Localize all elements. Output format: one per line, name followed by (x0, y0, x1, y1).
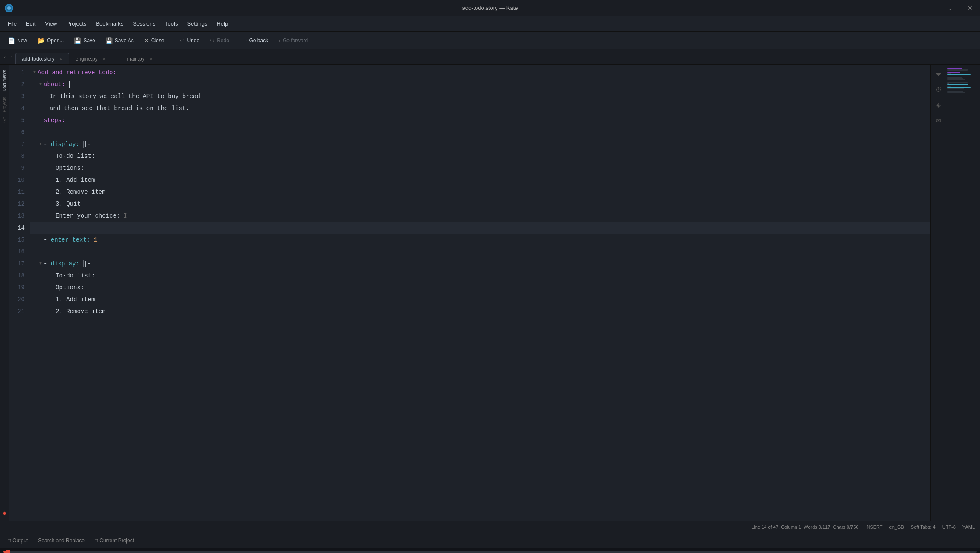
open-button[interactable]: 📂 Open... (33, 35, 68, 46)
tab-main[interactable]: main.py ✕ (120, 53, 172, 64)
bookmark-icon[interactable]: ♦ (3, 509, 6, 517)
right-sidebar: ❤ ⏱ ◈ ✉ (930, 65, 946, 521)
main-cursor (32, 224, 32, 231)
menu-tools[interactable]: Tools (161, 19, 182, 29)
output-icon: □ (8, 538, 11, 544)
video-progress-thumb (6, 550, 10, 553)
tab-prev-icon[interactable]: ‹ (2, 54, 8, 60)
menu-file[interactable]: File (3, 19, 21, 29)
go-back-icon: ‹ (245, 37, 247, 44)
projects-panel-icon[interactable]: Projects (1, 95, 8, 114)
output-tab[interactable]: □ Output (3, 536, 32, 545)
undo-button[interactable]: ↩ Undo (176, 35, 204, 46)
close-button[interactable]: ✕ Close (140, 35, 169, 46)
minimap (946, 65, 980, 521)
clock-icon[interactable]: ⏱ (933, 84, 945, 96)
tab-next-icon[interactable]: › (9, 54, 15, 60)
code-line-10: 1. Add item (30, 174, 930, 186)
tabs-bar: ‹ › add-todo.story ✕ engine.py ✕ main.py… (0, 49, 980, 65)
status-filetype: YAML (962, 524, 975, 530)
status-encoding: UTF-8 (942, 524, 956, 530)
status-mode: INSERT (865, 524, 882, 530)
new-icon: 📄 (8, 37, 15, 44)
tab-engine[interactable]: engine.py ✕ (69, 53, 120, 64)
code-content[interactable]: Add and retrieve todo: about: In this st… (30, 65, 930, 521)
code-line-3: In this story we call the API to buy bre… (30, 90, 930, 102)
git-panel-icon[interactable]: Git (1, 116, 8, 125)
save-as-icon: 💾 (105, 37, 113, 44)
search-replace-tab[interactable]: Search and Replace (34, 536, 89, 545)
video-progress-bar[interactable] (3, 551, 977, 553)
redo-icon: ↪ (210, 37, 215, 44)
fold-2[interactable] (38, 79, 44, 90)
heart-icon[interactable]: ❤ (933, 68, 945, 80)
status-indent: Soft Tabs: 4 (911, 524, 936, 530)
menu-view[interactable]: View (41, 19, 61, 29)
code-line-21: 2. Remove item (30, 306, 930, 317)
tab-close-3[interactable]: ✕ (149, 56, 153, 62)
code-line-14 (30, 222, 930, 234)
go-back-button[interactable]: ‹ Go back (241, 35, 272, 46)
line-numbers: 1 2 3 4 5 6 7 8 9 10 11 12 13 14 15 16 1… (9, 65, 30, 521)
code-line-13: Enter your choice: I (30, 210, 930, 222)
tab-label-3: main.py (127, 56, 145, 62)
app-icon (4, 3, 14, 13)
menu-bookmarks[interactable]: Bookmarks (91, 19, 128, 29)
new-button[interactable]: 📄 New (3, 35, 32, 46)
open-icon: 📂 (38, 37, 45, 44)
go-forward-icon: › (278, 37, 281, 44)
menu-edit[interactable]: Edit (22, 19, 40, 29)
fold-3[interactable] (38, 138, 44, 150)
project-icon: □ (95, 538, 98, 544)
svg-point-2 (7, 6, 11, 10)
menu-projects[interactable]: Projects (62, 19, 91, 29)
close-icon[interactable]: ✕ (960, 0, 980, 16)
minimize-icon[interactable]: ⌄ (941, 0, 960, 16)
code-line-7: - display: |- (30, 138, 930, 150)
documents-panel-icon[interactable]: Documents (1, 68, 8, 93)
menu-sessions[interactable]: Sessions (129, 19, 160, 29)
code-line-19: Options: (30, 282, 930, 294)
toolbar: 📄 New 📂 Open... 💾 Save 💾 Save As ✕ Close… (0, 32, 980, 49)
redo-button[interactable]: ↪ Redo (205, 35, 234, 46)
code-editor[interactable]: 1 2 3 4 5 6 7 8 9 10 11 12 13 14 15 16 1… (9, 65, 930, 521)
left-sidebar: Documents Projects Git ♦ (0, 65, 9, 521)
code-line-18: To-do list: (30, 270, 930, 282)
current-project-tab[interactable]: □ Current Project (91, 536, 138, 545)
cursor-1 (69, 81, 70, 88)
titlebar: add-todo.story — Kate ⌄ ✕ (0, 0, 980, 16)
layers-icon[interactable]: ◈ (933, 99, 945, 111)
tab-close-2[interactable]: ✕ (102, 56, 106, 62)
window-title: add-todo.story — Kate (462, 5, 518, 11)
code-line-16 (30, 246, 930, 258)
fold-4[interactable] (38, 258, 44, 270)
menu-settings[interactable]: Settings (183, 19, 211, 29)
code-line-5: steps: (30, 114, 930, 126)
go-forward-button[interactable]: › Go forward (274, 35, 312, 46)
cursor-hint: I (123, 210, 127, 222)
code-line-8: To-do list: (30, 150, 930, 162)
menu-help[interactable]: Help (212, 19, 232, 29)
code-line-4: and then see that bread is on the list. (30, 102, 930, 114)
code-line-2: about: (30, 79, 930, 90)
save-as-button[interactable]: 💾 Save As (101, 35, 138, 46)
cursor-3 (83, 141, 84, 148)
save-icon: 💾 (74, 37, 81, 44)
code-line-6 (30, 126, 930, 138)
tab-nav: ‹ › (2, 54, 15, 60)
save-button[interactable]: 💾 Save (70, 35, 99, 46)
video-player: ▶ ▶ 00:00 back 5 add-todo.story — Kate 🔊… (0, 548, 980, 553)
tab-close-1[interactable]: ✕ (59, 56, 63, 62)
code-line-12: 3. Quit (30, 198, 930, 210)
send-icon[interactable]: ✉ (933, 114, 945, 126)
toolbar-separator-1 (172, 36, 172, 45)
code-line-17: - display: |- (30, 258, 930, 270)
tab-add-todo[interactable]: add-todo.story ✕ (15, 53, 69, 64)
code-line-20: 1. Add item (30, 294, 930, 306)
toolbar-separator-2 (237, 36, 237, 45)
tab-label-2: engine.py (76, 56, 98, 62)
status-position: Line 14 of 47, Column 1, Words 0/117, Ch… (751, 524, 858, 530)
code-line-15: - enter text: 1 (30, 234, 930, 246)
fold-1[interactable] (32, 67, 38, 79)
cursor-2 (38, 129, 38, 136)
